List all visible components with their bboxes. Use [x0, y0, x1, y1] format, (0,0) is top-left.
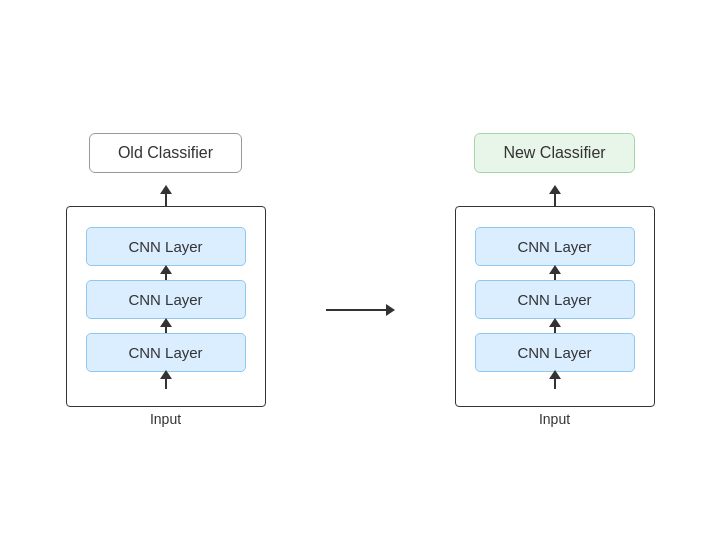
- arrow-between-mid-bot-right: [549, 319, 561, 333]
- new-classifier-label: New Classifier: [503, 144, 605, 161]
- arrowhead-1-left: [160, 265, 172, 274]
- right-cnn-layer-bot: CNN Layer: [475, 333, 635, 372]
- arrowhead-1-right: [549, 265, 561, 274]
- arrow-input-left: [160, 372, 172, 386]
- h-arrow-line: [326, 309, 386, 311]
- left-cnn-layer-mid: CNN Layer: [86, 280, 246, 319]
- right-network-box: CNN Layer CNN Layer: [455, 206, 655, 407]
- right-cnn-layer-mid: CNN Layer: [475, 280, 635, 319]
- h-arrow-head: [386, 304, 395, 316]
- left-cnn-layer-bot: CNN Layer: [86, 333, 246, 372]
- left-network-box: CNN Layer CNN Layer: [66, 206, 266, 407]
- arrow-between-top-mid-left: [160, 266, 172, 280]
- diagram: Old Classifier CNN Layer CNN Layer: [66, 113, 655, 427]
- right-input-label: Input: [539, 411, 570, 427]
- old-classifier-label: Old Classifier: [118, 144, 213, 161]
- left-network-column: Old Classifier CNN Layer CNN Layer: [66, 133, 266, 427]
- arrowhead-2-left: [160, 318, 172, 327]
- right-cnn-layer-top: CNN Layer: [475, 227, 635, 266]
- top-arrow-right: [549, 185, 561, 206]
- arrow-input-right: [549, 372, 561, 386]
- left-input-area: Input: [150, 407, 181, 427]
- top-arrow-left: [160, 185, 172, 206]
- right-network-column: New Classifier CNN Layer CNN Layer: [455, 133, 655, 427]
- left-cnn-layer-top: CNN Layer: [86, 227, 246, 266]
- arrow-between-mid-bot-left: [160, 319, 172, 333]
- arrowline-input-left: [165, 379, 167, 389]
- new-classifier-box: New Classifier: [474, 133, 634, 173]
- arrowhead-input-right: [549, 370, 561, 379]
- arrow-between-top-mid-right: [549, 266, 561, 280]
- right-input-area: Input: [539, 407, 570, 427]
- arrow-head-up-left: [160, 185, 172, 194]
- arrow-line-top-right: [554, 194, 556, 206]
- arrowhead-2-right: [549, 318, 561, 327]
- horizontal-arrow: [326, 304, 395, 316]
- arrowline-input-right: [554, 379, 556, 389]
- arrow-head-up-right: [549, 185, 561, 194]
- arrow-line-top-left: [165, 194, 167, 206]
- left-input-label: Input: [150, 411, 181, 427]
- arrowhead-input-left: [160, 370, 172, 379]
- old-classifier-box: Old Classifier: [89, 133, 242, 173]
